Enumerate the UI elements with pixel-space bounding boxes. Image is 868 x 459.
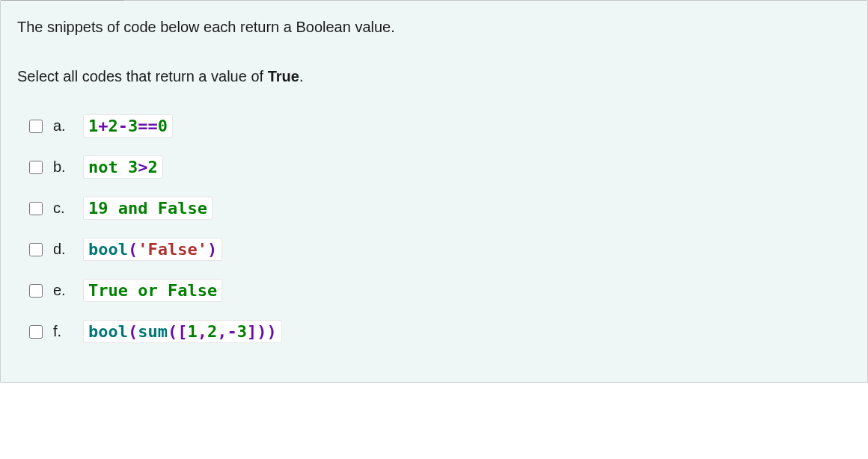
code-f-content: bool(sum([1,2,-3])) xyxy=(88,322,277,341)
option-b-code: not 3>2 xyxy=(83,155,163,179)
option-b-letter: b. xyxy=(53,158,74,176)
option-c-code: 19 and False xyxy=(83,197,213,220)
options-list: a. 1+2-3==0 b. not 3>2 c. 19 and False d… xyxy=(17,114,851,343)
option-c-checkbox[interactable] xyxy=(29,202,43,215)
option-e-letter: e. xyxy=(53,282,74,299)
code-d-content: bool('False') xyxy=(88,240,217,259)
code-b-content: not 3>2 xyxy=(88,158,158,176)
option-f-letter: f. xyxy=(53,323,74,340)
code-c-content: 19 and False xyxy=(88,199,207,218)
option-a-checkbox[interactable] xyxy=(29,120,43,133)
option-e: e. True or False xyxy=(29,279,851,302)
option-d-letter: d. xyxy=(53,241,74,258)
option-a-letter: a. xyxy=(53,117,74,135)
option-f-code: bool(sum([1,2,-3])) xyxy=(83,320,282,343)
question-instruction: Select all codes that return a value of … xyxy=(17,65,851,87)
option-a: a. 1+2-3==0 xyxy=(29,114,851,138)
option-e-code: True or False xyxy=(83,279,222,302)
question-panel: The snippets of code below each return a… xyxy=(0,0,868,383)
option-f-checkbox[interactable] xyxy=(29,325,43,339)
top-tab-decoration xyxy=(1,0,124,1)
option-c: c. 19 and False xyxy=(29,197,851,220)
option-b-checkbox[interactable] xyxy=(29,161,43,174)
instruction-suffix: . xyxy=(299,68,304,84)
option-f: f. bool(sum([1,2,-3])) xyxy=(29,320,851,343)
option-b: b. not 3>2 xyxy=(29,155,851,179)
code-e-content: True or False xyxy=(88,281,217,300)
option-a-code: 1+2-3==0 xyxy=(83,114,173,138)
question-prompt: The snippets of code below each return a… xyxy=(17,16,851,38)
option-d: d. bool('False') xyxy=(29,238,851,261)
option-d-checkbox[interactable] xyxy=(29,243,43,256)
code-a-content: 1+2-3==0 xyxy=(88,117,168,135)
option-d-code: bool('False') xyxy=(83,238,222,261)
option-e-checkbox[interactable] xyxy=(29,284,43,298)
option-c-letter: c. xyxy=(53,200,74,217)
instruction-prefix: Select all codes that return a value of xyxy=(17,68,268,84)
instruction-bold: True xyxy=(268,68,299,84)
